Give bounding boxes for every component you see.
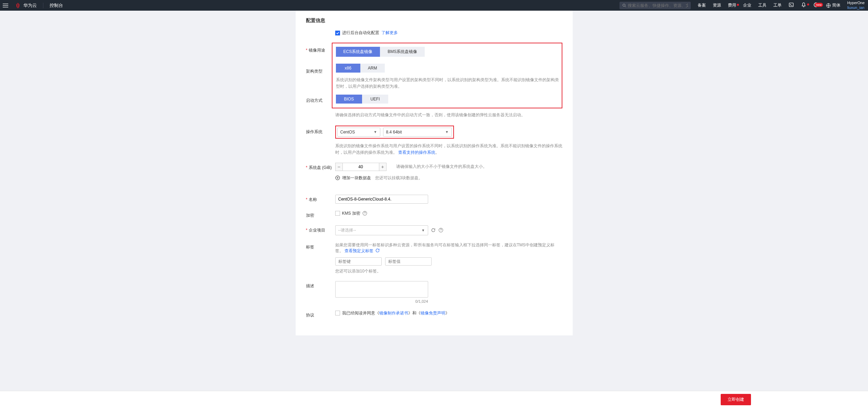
- auto-config-row: 进行后台自动化配置 了解更多: [306, 30, 562, 36]
- badge-dot-icon: [807, 3, 809, 6]
- boot-toggle: BIOS UEFI: [336, 95, 562, 104]
- nav-cloudshell[interactable]: [785, 2, 797, 9]
- arch-x86[interactable]: x86: [336, 64, 360, 73]
- user-line2: liuxun_ian: [847, 6, 865, 10]
- stepper-plus[interactable]: +: [379, 163, 387, 171]
- stepper-minus[interactable]: −: [335, 163, 343, 171]
- search-input[interactable]: [628, 3, 688, 8]
- user-menu[interactable]: HyperOne liuxun_ian: [844, 1, 868, 10]
- encrypt-label: 加密: [306, 211, 335, 218]
- refresh-icon[interactable]: [375, 248, 380, 253]
- menu-icon: [3, 3, 8, 8]
- logo-area: 华为云: [11, 2, 40, 9]
- desc-row: 描述 0/1,024: [306, 281, 562, 303]
- nav-support[interactable]: new: [810, 2, 822, 9]
- agreement-row: 协议 我已经阅读并同意《镜像制作承诺书》和《镜像免责声明》: [306, 310, 562, 318]
- desc-label: 描述: [306, 281, 335, 289]
- image-use-toggle: ECS系统盘镜像 BMS系统盘镜像: [336, 47, 562, 57]
- help-icon[interactable]: [362, 211, 367, 216]
- arch-note: 系统识别的镜像文件架构类型与用户设置的架构类型不同时，以系统识别的架构类型为准。…: [336, 77, 562, 90]
- divider: [43, 3, 43, 8]
- bell-icon: [801, 2, 806, 8]
- agreement-checkbox[interactable]: [335, 311, 340, 315]
- huawei-logo-icon: [14, 2, 21, 9]
- agreement-link2[interactable]: 镜像免责声明: [421, 311, 445, 315]
- top-header: 华为云 控制台 备案 资源 费用 企业 工具 工单 new 简体 HyperOn…: [0, 0, 868, 11]
- top-right-nav: 备案 资源 费用 企业 工具 工单 new 简体 HyperOne liuxun…: [620, 0, 868, 11]
- nav-beian[interactable]: 备案: [694, 2, 709, 8]
- boot-uefi[interactable]: UEFI: [362, 95, 388, 104]
- nav-tool[interactable]: 工具: [755, 2, 770, 8]
- learn-more-link[interactable]: 了解更多: [381, 30, 398, 36]
- enterprise-label: 企业项目: [306, 225, 335, 233]
- auto-config-label: 进行后台自动化配置: [342, 30, 379, 36]
- refresh-icon[interactable]: [431, 228, 436, 233]
- plus-circle-icon: [335, 175, 340, 180]
- svg-line-4: [625, 6, 626, 7]
- svg-rect-5: [789, 3, 793, 7]
- disk-row: 系统盘 (GiB) − + 请确保输入的大小不小于镜像文件的系统盘大小。 增加一…: [306, 163, 562, 181]
- boot-note-row: 请确保选择的启动方式与镜像文件中的启动方式一致，否则，使用该镜像创建的弹性云服务…: [306, 110, 562, 118]
- encrypt-row: 加密 KMS 加密: [306, 211, 562, 218]
- help-icon[interactable]: [438, 228, 443, 233]
- nav-resource[interactable]: 资源: [709, 2, 724, 8]
- disk-label: 系统盘 (GiB): [306, 163, 335, 171]
- menu-button[interactable]: [0, 0, 11, 11]
- brand-name: 华为云: [23, 2, 37, 9]
- image-use-label: 镜像用途: [306, 43, 335, 53]
- boot-note: 请确保选择的启动方式与镜像文件中的启动方式一致，否则，使用该镜像创建的弹性云服务…: [335, 112, 562, 118]
- os-highlight-box: CentOS▼ 8.4 64bit▼: [335, 126, 454, 139]
- tag-key-input[interactable]: [335, 257, 382, 266]
- enterprise-row: 企业项目 --请选择--▼: [306, 225, 562, 235]
- boot-bios[interactable]: BIOS: [336, 95, 362, 104]
- add-disk-note: 您还可以挂载3块数据盘。: [375, 175, 423, 181]
- os-supported-link[interactable]: 查看支持的操作系统: [398, 150, 435, 155]
- arch-arm[interactable]: ARM: [360, 64, 385, 73]
- image-use-ecs[interactable]: ECS系统盘镜像: [336, 47, 380, 57]
- tag-value-input[interactable]: [385, 257, 432, 266]
- globe-icon: [826, 3, 831, 8]
- svg-point-3: [623, 4, 625, 6]
- badge-dot-icon: [737, 4, 739, 6]
- disk-note: 请确保输入的大小不小于镜像文件的系统盘大小。: [396, 164, 487, 170]
- chevron-down-icon: ▼: [422, 228, 425, 232]
- enterprise-select[interactable]: --请选择--▼: [335, 225, 428, 235]
- os-note: 系统识别的镜像文件操作系统与用户设置的操作系统不同时，以系统识别的操作系统为准。…: [335, 143, 562, 156]
- auto-config-checkbox[interactable]: [335, 31, 340, 35]
- highlighted-config-box: ECS系统盘镜像 BMS系统盘镜像 x86 ARM 系统识别的镜像文件架构类型与…: [332, 43, 562, 108]
- os-label: 操作系统: [306, 126, 335, 135]
- disk-size-input[interactable]: [343, 163, 379, 171]
- tag-row: 标签 如果您需要使用同一标签标识多种云资源，即所有服务均可在标签输入框下拉选择同…: [306, 242, 562, 274]
- boot-label: 启动方式: [306, 74, 335, 104]
- tag-limit-note: 您还可以添加10个标签。: [335, 268, 562, 274]
- kms-checkbox[interactable]: [335, 211, 340, 216]
- nav-notifications[interactable]: [797, 2, 810, 9]
- svg-rect-1: [3, 5, 8, 6]
- kms-label: KMS 加密: [342, 211, 360, 216]
- nav-enterprise[interactable]: 企业: [740, 2, 755, 8]
- section-title: 配置信息: [306, 18, 562, 24]
- os-row: 操作系统 CentOS▼ 8.4 64bit▼ 系统识别的镜像文件操作系统与用户…: [306, 126, 562, 156]
- add-data-disk[interactable]: 增加一块数据盘 您还可以挂载3块数据盘。: [335, 175, 562, 181]
- os-family-select[interactable]: CentOS▼: [337, 128, 380, 137]
- tag-predefined-link[interactable]: 查看预定义标签: [345, 248, 373, 253]
- nav-fee[interactable]: 费用: [724, 2, 740, 8]
- svg-rect-0: [3, 3, 8, 4]
- nav-workorder[interactable]: 工单: [770, 2, 785, 8]
- chevron-down-icon: ▼: [445, 130, 449, 134]
- os-version-select[interactable]: 8.4 64bit▼: [383, 128, 452, 137]
- search-icon: [622, 3, 626, 8]
- check-icon: [336, 31, 339, 35]
- agreement-link1[interactable]: 镜像制作承诺书: [379, 311, 408, 315]
- desc-textarea[interactable]: [335, 281, 428, 298]
- arch-label: 架构类型: [306, 53, 335, 74]
- name-input[interactable]: [335, 195, 428, 204]
- main-panel: 配置信息 进行后台自动化配置 了解更多 镜像用途 架构类型 启动方式 ECS系统…: [296, 11, 573, 335]
- image-use-bms[interactable]: BMS系统盘镜像: [380, 47, 425, 57]
- console-link[interactable]: 控制台: [46, 2, 66, 9]
- arch-toggle: x86 ARM: [336, 64, 562, 73]
- cloudshell-icon: [788, 2, 794, 8]
- global-search[interactable]: [620, 2, 691, 9]
- chevron-down-icon: ▼: [374, 130, 377, 134]
- nav-language[interactable]: 简体: [822, 2, 844, 8]
